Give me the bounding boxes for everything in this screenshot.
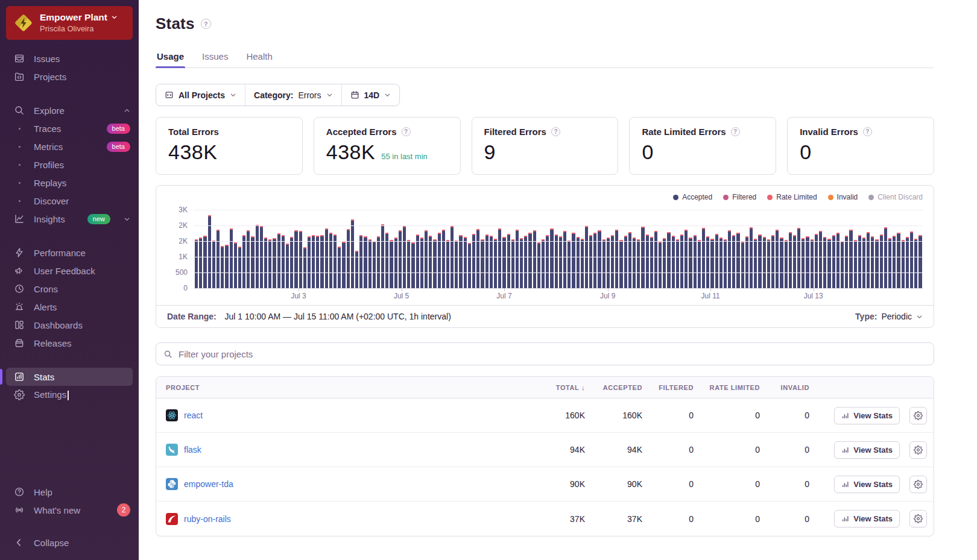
column-header-filtered[interactable]: FILTERED xyxy=(647,384,698,391)
project-settings-button[interactable] xyxy=(909,441,927,459)
collapse-label: Collapse xyxy=(34,538,130,548)
project-settings-button[interactable] xyxy=(909,407,927,424)
legend-item-invalid[interactable]: Invalid xyxy=(828,193,858,201)
chart-bar xyxy=(390,240,393,288)
project-filter-dropdown[interactable]: All Projects xyxy=(156,84,245,105)
sidebar-item-stats[interactable]: Stats xyxy=(6,368,133,386)
chart-bar xyxy=(494,239,497,288)
chart-bar xyxy=(854,240,857,288)
project-link[interactable]: empower-tda xyxy=(184,479,233,489)
tab-health[interactable]: Health xyxy=(245,51,273,68)
sidebar-item-dashboards[interactable]: Dashboards xyxy=(0,316,139,334)
project-search-input[interactable] xyxy=(179,349,926,359)
card-help-icon[interactable]: ? xyxy=(551,127,560,136)
sidebar-item-metrics[interactable]: Metricsbeta xyxy=(0,137,139,156)
project-settings-button[interactable] xyxy=(909,476,927,493)
chart-bar xyxy=(598,230,601,288)
page-help-icon[interactable]: ? xyxy=(201,19,211,29)
tab-usage[interactable]: Usage xyxy=(156,51,185,68)
chart-bar xyxy=(750,227,753,288)
column-header-rate-limited[interactable]: RATE LIMITED xyxy=(698,384,765,391)
x-axis-tickmark xyxy=(299,288,299,291)
chart-bar xyxy=(819,231,822,288)
view-stats-button[interactable]: View Stats xyxy=(834,476,900,493)
column-header-total[interactable]: TOTAL ↓ xyxy=(523,384,590,391)
org-switcher[interactable]: Empower Plant Priscila Oliveira xyxy=(6,6,133,40)
chart-x-axis: Jul 3Jul 5Jul 7Jul 9Jul 11Jul 13 xyxy=(194,288,923,301)
chart-bar xyxy=(689,238,692,288)
card-help-icon[interactable]: ? xyxy=(402,127,411,136)
cell-invalid: 0 xyxy=(765,411,814,420)
chart-bar xyxy=(702,228,705,288)
chart-bar xyxy=(230,228,233,288)
sidebar-collapse-button[interactable]: Collapse xyxy=(0,533,139,552)
column-header-project[interactable]: PROJECT xyxy=(156,384,523,391)
legend-item-accepted[interactable]: Accepted xyxy=(673,193,712,201)
notification-count-badge: 2 xyxy=(117,503,130,517)
cell-rate-limited: 0 xyxy=(698,411,765,420)
projects-filter-icon xyxy=(165,90,174,99)
sidebar-item-projects[interactable]: Projects xyxy=(0,68,139,86)
view-stats-button[interactable]: View Stats xyxy=(834,441,900,459)
sidebar-item-alerts[interactable]: Alerts xyxy=(0,298,139,316)
project-settings-button[interactable] xyxy=(909,510,927,527)
bullet-icon xyxy=(13,182,25,184)
sidebar-item-label: Projects xyxy=(34,72,130,82)
chart-bar xyxy=(199,238,202,288)
x-axis-tick-label: Jul 5 xyxy=(394,292,409,300)
type-label: Type: xyxy=(855,312,877,321)
view-stats-button[interactable]: View Stats xyxy=(834,510,900,527)
legend-item-filtered[interactable]: Filtered xyxy=(723,193,756,201)
chart-bar xyxy=(481,239,484,288)
sidebar-item-insights[interactable]: Insightsnew xyxy=(0,210,139,228)
project-link[interactable]: flask xyxy=(184,445,201,455)
chart-bar xyxy=(550,228,553,288)
sidebar-item-user-feedback[interactable]: User Feedback xyxy=(0,262,139,280)
legend-item-rate-limited[interactable]: Rate Limited xyxy=(767,193,817,201)
card-help-icon[interactable]: ? xyxy=(863,127,872,136)
x-axis-tickmark xyxy=(504,288,505,291)
chart-type-dropdown[interactable]: Type: Periodic xyxy=(855,312,923,321)
sidebar-item-crons[interactable]: Crons xyxy=(0,280,139,298)
column-header-accepted[interactable]: ACCEPTED xyxy=(590,384,647,391)
category-filter-dropdown[interactable]: Category: Errors xyxy=(245,84,341,105)
tab-issues[interactable]: Issues xyxy=(201,51,229,68)
sidebar-item-traces[interactable]: Tracesbeta xyxy=(0,119,139,137)
gear-icon xyxy=(914,445,923,455)
sidebar-item-what-s-new[interactable]: What's new2 xyxy=(0,501,139,519)
sidebar-item-profiles[interactable]: Profiles xyxy=(0,156,139,174)
project-link[interactable]: react xyxy=(184,411,203,420)
sidebar-item-settings[interactable]: Settings xyxy=(0,386,139,404)
sidebar-item-replays[interactable]: Replays xyxy=(0,174,139,192)
view-stats-button[interactable]: View Stats xyxy=(834,407,900,424)
sidebar-item-explore[interactable]: Explore xyxy=(0,101,139,119)
project-search xyxy=(156,342,934,365)
date-range-dropdown[interactable]: 14D xyxy=(341,84,400,105)
legend-item-client-discard[interactable]: Client Discard xyxy=(868,193,923,201)
project-link[interactable]: ruby-on-rails xyxy=(184,514,231,524)
sidebar-item-help[interactable]: Help xyxy=(0,483,139,501)
sidebar-item-performance[interactable]: Performance xyxy=(0,244,139,262)
chart-bar xyxy=(754,239,757,288)
chart-bar xyxy=(732,235,735,288)
chart-bar xyxy=(914,239,917,288)
chart-bar xyxy=(217,230,220,288)
card-help-icon[interactable]: ? xyxy=(731,127,740,136)
column-header-invalid[interactable]: INVALID xyxy=(765,384,814,391)
active-indicator xyxy=(0,369,2,385)
chart-bar xyxy=(680,234,683,288)
calendar-icon xyxy=(350,90,359,99)
chart-bar xyxy=(273,238,276,288)
sidebar-item-discover[interactable]: Discover xyxy=(0,192,139,210)
search-icon xyxy=(13,105,25,116)
bar-chart-icon xyxy=(841,515,849,523)
sidebar-item-issues[interactable]: Issues xyxy=(0,49,139,68)
chart-bar xyxy=(407,240,410,288)
chart-bar xyxy=(476,229,479,288)
chevron-down-icon xyxy=(384,92,391,98)
chart-y-axis: 3K2K2K1K5000 xyxy=(167,210,194,288)
chart-bar xyxy=(672,236,675,288)
chevron-up-icon xyxy=(124,107,130,114)
sidebar-item-releases[interactable]: Releases xyxy=(0,334,139,352)
chevron-down-icon xyxy=(111,14,118,20)
